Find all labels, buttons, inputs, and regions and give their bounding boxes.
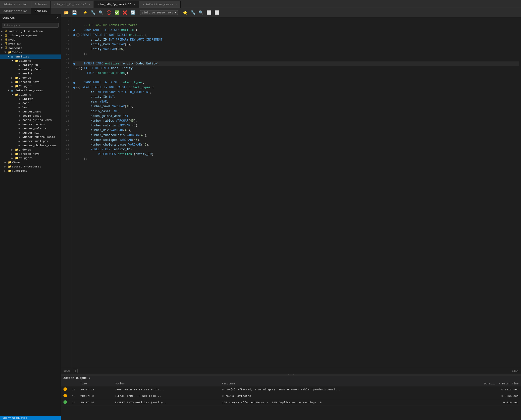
sidebar-item-entity-id-col[interactable]: ◆ entity_ID <box>0 63 61 67</box>
sidebar-item-entities-indexes[interactable]: ▶ 📁 Indexes <box>0 76 61 80</box>
zoom-stepper[interactable]: ⊕ <box>73 369 78 373</box>
sidebar-item-pandemic[interactable]: ▼ 🗄 pandemic <box>0 46 61 50</box>
code-token: VARCHAR <box>112 104 125 109</box>
sidebar-item-ic-tb[interactable]: ◆Number_tuberculosis <box>0 135 61 139</box>
code-token: INT <box>112 109 118 114</box>
code-token: INT PRIMARY KEY AUTO_INCREMENT <box>109 38 162 42</box>
table-icon: ▦ <box>11 89 15 92</box>
tab-schemas[interactable]: Schemas <box>31 1 51 8</box>
sidebar-item-pandemic-fn[interactable]: ▶ 📁 Functions <box>0 169 61 173</box>
code-token: VARCHAR <box>128 143 141 147</box>
fold-button[interactable]: − <box>76 86 80 89</box>
folder-icon: 📁 <box>15 93 19 96</box>
explain-button[interactable]: 🔍 <box>98 10 104 15</box>
sidebar-item-entities-columns[interactable]: ▼ 📁 Columns <box>0 59 61 63</box>
sidebar-item-ic-polio[interactable]: ◆polio_cases <box>0 114 61 118</box>
sidebar-item-ic-entity[interactable]: ◆Entity <box>0 97 61 101</box>
sidebar-item-ic-code[interactable]: ◆Code <box>0 101 61 105</box>
close-icon[interactable]: ✕ <box>134 3 135 6</box>
output-response: 0 row(s) affected, 1 warning(s): 1051 Un… <box>219 386 448 393</box>
sidebar-tab-administration[interactable]: Administration <box>0 8 31 14</box>
beautify-button[interactable]: 🔧 <box>190 10 197 15</box>
fold-button[interactable]: − <box>76 33 80 37</box>
sidebar-item-ic-indexes[interactable]: ▶ 📁 Indexes <box>0 148 61 152</box>
sidebar-item-ic-hiv[interactable]: ◆Number_hiv <box>0 131 61 135</box>
refresh-icon[interactable]: ⟳ <box>56 16 58 20</box>
sidebar-item-mydb[interactable]: ▶ 🗄 mydb <box>0 38 61 42</box>
execute-current-button[interactable]: 🔧 <box>90 10 97 15</box>
arrow-icon: ▶ <box>11 153 15 156</box>
sidebar-item-entity-col[interactable]: ◆ Entity <box>0 71 61 76</box>
code-token: REFERENCES <box>76 152 118 157</box>
rollback-button[interactable]: ❌ <box>121 10 128 15</box>
limit-select[interactable]: Limit to 10000 rows ▾ <box>140 10 178 15</box>
code-token: , <box>143 61 146 66</box>
sidebar-item-infectious-columns[interactable]: ▼ 📁 Columns <box>0 93 61 97</box>
column-icon: ◆ <box>18 106 22 109</box>
status-bar: Query Completed <box>0 416 61 420</box>
close-icon[interactable]: ✕ <box>89 3 90 6</box>
sidebar-item-ic-yaws[interactable]: ◆Number_yaws <box>0 109 61 114</box>
sidebar-item-ic-triggers[interactable]: ▶ 📁 Triggers <box>0 156 61 160</box>
sidebar-item-ic-year[interactable]: ◆Year <box>0 105 61 109</box>
sidebar-item-indexing-test-schema[interactable]: ▶ 🗄 indexing_test_schema <box>0 29 61 33</box>
output-scroll[interactable]: Time Action Response Duration / Fetch Ti… <box>61 381 521 420</box>
sidebar-item-librarymanagement[interactable]: ▶ 🗄 LibraryManagement <box>0 33 61 38</box>
format-button[interactable]: ⬜ <box>206 10 212 15</box>
close-icon[interactable]: ✕ <box>175 3 177 6</box>
sidebar-item-ic-rabies[interactable]: ◆Number_rabies <box>0 122 61 126</box>
output-row-num: 14 <box>69 399 78 406</box>
sidebar-item-ic-smallpox[interactable]: ◆Number_smallpox <box>0 139 61 143</box>
sidebar-item-entities-table[interactable]: ▼ ▦ entities <box>0 54 61 59</box>
search-button[interactable]: 🔍 <box>198 10 205 15</box>
sidebar-item-entities-triggers[interactable]: ▶ 📁 Triggers <box>0 84 61 88</box>
code-token: 45 <box>125 128 128 133</box>
code-editor[interactable]: 5 6 7 8 9 10 11 12 13 14 15 16 17 18 19 … <box>61 17 521 368</box>
tab-task1[interactable]: ⚡ hw_rdb_fp_task1-5 ✕ <box>51 1 94 8</box>
column-icon: ◆ <box>18 110 22 113</box>
sidebar-item-ic-guinea[interactable]: ◆cases_guinea_worm <box>0 118 61 122</box>
bookmark-button[interactable]: ⭐ <box>182 10 189 15</box>
code-token: DROP TABLE IF EXISTS <box>76 28 121 33</box>
sidebar-item-pandemic-sp[interactable]: ▶ 📁 Stored Procedures <box>0 164 61 169</box>
sidebar-item-pandemic-tables[interactable]: ▼ 📁 Tables <box>0 50 61 54</box>
sidebar-tab-schemas[interactable]: Schemas <box>31 8 51 14</box>
sidebar-item-entities-fk[interactable]: ▶ 📁 Foreign Keys <box>0 80 61 84</box>
filter-input[interactable] <box>2 23 59 28</box>
sidebar-item-mydb-hw[interactable]: ▶ 🗄 mydb_hw <box>0 42 61 46</box>
line-num: 26 <box>61 119 69 123</box>
sidebar-item-ic-cholera[interactable]: ◆Number_cholera_cases <box>0 143 61 148</box>
save-button[interactable]: 💾 <box>71 10 78 15</box>
open-file-button[interactable]: 📂 <box>63 10 70 15</box>
sidebar-item-ic-fk[interactable]: ▶ 📁 Foreign Keys <box>0 152 61 156</box>
sidebar-item-entity-code-col[interactable]: ◆ entity_Code <box>0 67 61 71</box>
code-content[interactable]: -- FP Task 02 Normalized forms DROP TABL… <box>71 17 521 368</box>
expand-icon[interactable]: ▲ <box>89 377 91 380</box>
sidebar-item-pandemic-views[interactable]: ▶ 📁 Views <box>0 160 61 164</box>
stop-button[interactable]: 🚫 <box>105 10 112 15</box>
output-status <box>61 386 69 393</box>
refresh-button[interactable]: 🔄 <box>129 10 136 15</box>
code-token: entities <box>118 152 132 157</box>
warning-icon <box>63 387 67 391</box>
sidebar-item-ic-malaria[interactable]: ◆Number_malaria <box>0 126 61 131</box>
split-button[interactable]: ⬜ <box>213 10 220 15</box>
sidebar-item-infectious-cases-table[interactable]: ▼ ▦ infectious_cases <box>0 88 61 93</box>
exec-marker <box>73 87 75 89</box>
fold-button[interactable]: − <box>76 67 80 70</box>
line-num: 31 <box>61 143 69 147</box>
code-token: cases_guinea_worm <box>76 114 123 119</box>
tab-task1star[interactable]: ⚡ hw_rdb_fp_task1-5* ✕ <box>94 1 139 8</box>
tab-administration[interactable]: Administration <box>0 1 31 8</box>
execute-button[interactable]: ⚡ <box>82 10 89 15</box>
code-token: ( <box>112 147 114 152</box>
code-token: DROP TABLE IF EXISTS <box>76 80 121 85</box>
code-token: Entity <box>76 47 103 52</box>
sidebar-item-label: infectious_cases <box>15 89 43 92</box>
schema-icon: 🗄 <box>4 34 8 37</box>
output-action: DROP TABLE IF EXISTS entit... <box>112 386 219 393</box>
sidebar-item-label: Number_yaws <box>22 110 41 113</box>
code-token: ( <box>132 138 134 143</box>
commit-button[interactable]: ✅ <box>113 10 120 15</box>
tab-infectious[interactable]: ⚡ infectious_cases ✕ <box>139 1 181 8</box>
